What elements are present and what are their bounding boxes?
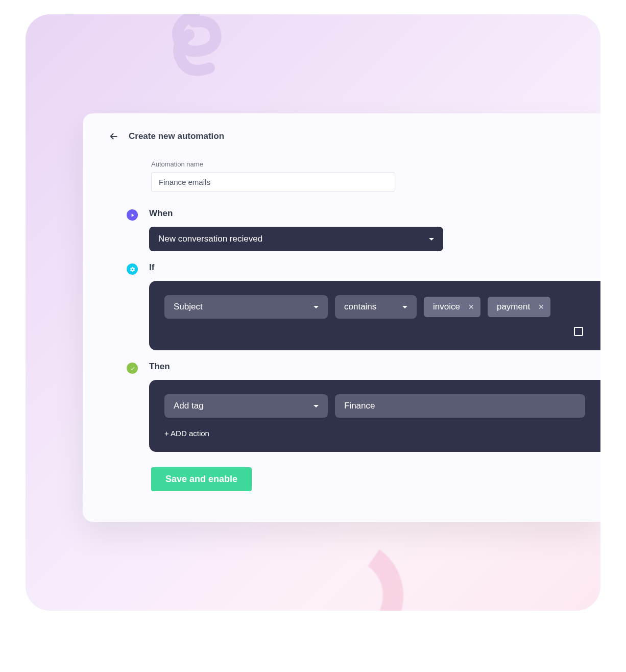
- action-card: Add tag Finance + ADD action: [149, 380, 600, 452]
- automation-name-input[interactable]: [151, 172, 395, 192]
- back-arrow-icon[interactable]: [108, 131, 119, 142]
- then-label: Then: [149, 362, 575, 372]
- action-type-select[interactable]: Add tag: [164, 394, 328, 418]
- panel-header: Create new automation: [108, 131, 575, 142]
- condition-checkbox[interactable]: [574, 327, 583, 336]
- chevron-down-icon: [314, 306, 319, 308]
- action-type-value: Add tag: [174, 401, 204, 411]
- condition-tags: invoice ✕ payment ✕: [424, 297, 585, 317]
- then-section: Then Add tag Finance + ADD action: [127, 362, 575, 452]
- check-icon: [127, 363, 138, 374]
- close-icon[interactable]: ✕: [538, 303, 544, 311]
- decoration-ring: [282, 531, 413, 611]
- if-section: If Subject contains: [127, 262, 575, 350]
- tag-chip: payment ✕: [488, 297, 550, 317]
- chevron-down-icon: [429, 238, 434, 241]
- page-title: Create new automation: [129, 131, 224, 141]
- play-icon: [127, 209, 138, 221]
- chevron-down-icon: [314, 405, 319, 407]
- condition-operator-select[interactable]: contains: [335, 295, 417, 319]
- tag-label: invoice: [433, 302, 460, 312]
- tag-chip: invoice ✕: [424, 297, 480, 317]
- when-section: When New conversation recieved: [127, 208, 575, 251]
- when-label: When: [149, 208, 575, 219]
- chevron-down-icon: [402, 306, 407, 308]
- decoration-spiral: [143, 14, 245, 96]
- if-label: If: [149, 262, 575, 273]
- condition-field-value: Subject: [174, 302, 203, 312]
- trigger-value: New conversation recieved: [158, 234, 262, 244]
- background-gradient: Create new automation Automation name Wh…: [26, 14, 600, 611]
- save-button[interactable]: Save and enable: [151, 467, 252, 491]
- action-value-input[interactable]: Finance: [335, 394, 585, 418]
- close-icon[interactable]: ✕: [468, 303, 474, 311]
- tag-label: payment: [497, 302, 530, 312]
- trigger-select[interactable]: New conversation recieved: [149, 227, 443, 251]
- condition-field-select[interactable]: Subject: [164, 295, 328, 319]
- condition-card: Subject contains invoice ✕: [149, 281, 600, 350]
- automation-panel: Create new automation Automation name Wh…: [83, 113, 600, 522]
- add-action-button[interactable]: + ADD action: [164, 429, 585, 438]
- automation-name-label: Automation name: [151, 160, 575, 168]
- gear-icon: [127, 263, 138, 275]
- condition-operator-value: contains: [344, 302, 376, 312]
